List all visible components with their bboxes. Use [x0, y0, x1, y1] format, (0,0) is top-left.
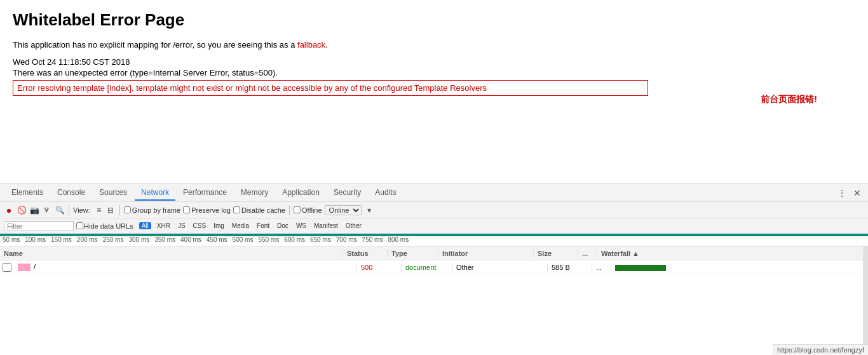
disable-cache-checkbox[interactable] [233, 206, 240, 213]
camera-icon[interactable]: 📷 [29, 205, 39, 215]
tab-security[interactable]: Security [327, 185, 367, 201]
row-status: 500 [357, 264, 402, 271]
network-table[interactable]: Name Status Type Initiator Size ... Wate… [0, 246, 868, 355]
col-header-dots[interactable]: ... [578, 250, 597, 257]
row-waterfall [611, 263, 868, 271]
filter-input[interactable] [7, 222, 64, 230]
devtools-panel: Elements Console Sources Network Perform… [0, 184, 868, 355]
toolbar-divider-3 [289, 205, 290, 215]
filter-other-btn[interactable]: Other [344, 222, 363, 229]
group-by-frame-checkbox[interactable] [124, 206, 131, 213]
filter-js-btn[interactable]: JS [176, 222, 187, 229]
page-title: Whitelabel Error Page [13, 10, 855, 30]
preserve-log-group: Preserve log [183, 206, 231, 214]
row-color-bar [18, 264, 31, 271]
list-view-icon[interactable]: ≡ [94, 205, 104, 215]
col-header-name[interactable]: Name [0, 250, 343, 257]
filter-input-wrapper [4, 221, 74, 231]
filter-img-btn[interactable]: Img [212, 222, 226, 229]
tab-console[interactable]: Console [51, 185, 92, 201]
devtools-more-icon[interactable]: ⋮ [836, 187, 848, 199]
filter-icon[interactable]: ⛛ [42, 205, 52, 215]
throttle-dropdown-icon[interactable]: ▾ [364, 205, 374, 215]
table-row[interactable]: / 500 document Other 585 B ... [0, 260, 868, 274]
large-view-icon[interactable]: ⊟ [105, 205, 116, 215]
offline-label: Offline [302, 206, 322, 214]
timeline-bar: 50 ms 100 ms 150 ms 200 ms 250 ms 300 ms… [0, 234, 868, 246]
toolbar-divider-1 [69, 205, 69, 215]
col-header-size[interactable]: Size [534, 250, 578, 257]
toolbar-divider-2 [119, 205, 120, 215]
timeline-marker-600: 600 ms [281, 236, 308, 243]
hide-data-urls-checkbox[interactable] [76, 222, 83, 229]
col-header-type[interactable]: Type [388, 250, 438, 257]
filter-font-btn[interactable]: Font [255, 222, 271, 229]
row-dots[interactable]: ... [592, 264, 611, 271]
row-name-text: / [34, 263, 36, 271]
tab-network[interactable]: Network [135, 185, 175, 201]
timeline-progress-green [0, 235, 868, 236]
row-size: 585 B [548, 264, 592, 271]
offline-checkbox[interactable] [294, 206, 301, 213]
preserve-log-checkbox[interactable] [183, 206, 190, 213]
clear-icon[interactable]: 🚫 [17, 205, 27, 215]
timeline-marker-500: 500 ms [230, 236, 256, 243]
page-error-type: There was an unexpected error (type=Inte… [13, 68, 855, 77]
group-by-frame-label: Group by frame [132, 206, 180, 214]
page-error-box: Error resolving template [index], templa… [13, 80, 648, 96]
timeline-marker-400: 400 ms [178, 236, 204, 243]
page-datetime: Wed Oct 24 11:18:50 CST 2018 [13, 57, 855, 67]
timeline-marker-650: 650 ms [308, 236, 334, 243]
tab-sources[interactable]: Sources [93, 185, 133, 201]
filter-xhr-btn[interactable]: XHR [155, 222, 172, 229]
tab-memory[interactable]: Memory [234, 185, 275, 201]
row-name[interactable]: / [14, 263, 357, 271]
offline-group: Offline [294, 206, 322, 214]
timeline-marker-100: 100 ms [22, 236, 48, 243]
tab-performance[interactable]: Performance [177, 185, 233, 201]
scrollbar-vertical[interactable] [863, 246, 868, 355]
filter-media-btn[interactable]: Media [230, 222, 251, 229]
col-header-initiator[interactable]: Initiator [438, 250, 534, 257]
filter-ws-btn[interactable]: WS [294, 222, 308, 229]
search-icon[interactable]: 🔍 [55, 205, 65, 215]
fallback-link[interactable]: fallback [297, 40, 325, 50]
tab-audits[interactable]: Audits [369, 185, 402, 201]
hide-data-urls-group: Hide data URLs [76, 222, 136, 230]
timeline-marker-150: 150 ms [48, 236, 74, 243]
col-header-status[interactable]: Status [343, 250, 388, 257]
group-by-frame-group: Group by frame [124, 206, 180, 214]
row-type: document [402, 264, 452, 271]
throttle-select[interactable]: Online [325, 205, 362, 215]
timeline-marker-550: 550 ms [255, 236, 281, 243]
timeline-marker-700: 700 ms [334, 236, 360, 243]
timeline-marker-200: 200 ms [74, 236, 100, 243]
timeline-marker-750: 750 ms [360, 236, 386, 243]
page-content: Whitelabel Error Page This application h… [0, 0, 868, 184]
network-toolbar: ● 🚫 📷 ⛛ 🔍 View: ≡ ⊟ Group by frame Prese… [0, 202, 868, 218]
preserve-log-label: Preserve log [191, 206, 231, 214]
tab-elements[interactable]: Elements [5, 185, 50, 201]
devtools-close-icon[interactable]: ✕ [851, 187, 863, 199]
row-initiator: Other [452, 264, 548, 271]
row-checkbox[interactable] [3, 263, 11, 272]
filter-css-btn[interactable]: CSS [191, 222, 208, 229]
filter-bar: Hide data URLs All XHR JS CSS Img Media … [0, 218, 868, 234]
view-icons: ≡ ⊟ [94, 205, 116, 215]
hide-data-urls-label: Hide data URLs [84, 222, 133, 230]
record-icon[interactable]: ● [4, 205, 14, 215]
timeline-marker-50: 50 ms [0, 236, 22, 243]
devtools-controls-right: ⋮ ✕ [836, 187, 863, 199]
disable-cache-group: Disable cache [233, 206, 285, 214]
devtools-tabs: Elements Console Sources Network Perform… [5, 185, 403, 201]
filter-doc-btn[interactable]: Doc [275, 222, 290, 229]
filter-manifest-btn[interactable]: Manifest [312, 222, 340, 229]
page-subtitle: This application has no explicit mapping… [13, 40, 855, 50]
timeline-marker-800: 800 ms [385, 236, 411, 243]
filter-all-btn[interactable]: All [139, 222, 151, 229]
timeline-marker-450: 450 ms [204, 236, 230, 243]
col-header-waterfall[interactable]: Waterfall [597, 250, 868, 257]
waterfall-bar [615, 265, 666, 271]
view-label: View: [73, 206, 90, 214]
tab-application[interactable]: Application [276, 185, 326, 201]
